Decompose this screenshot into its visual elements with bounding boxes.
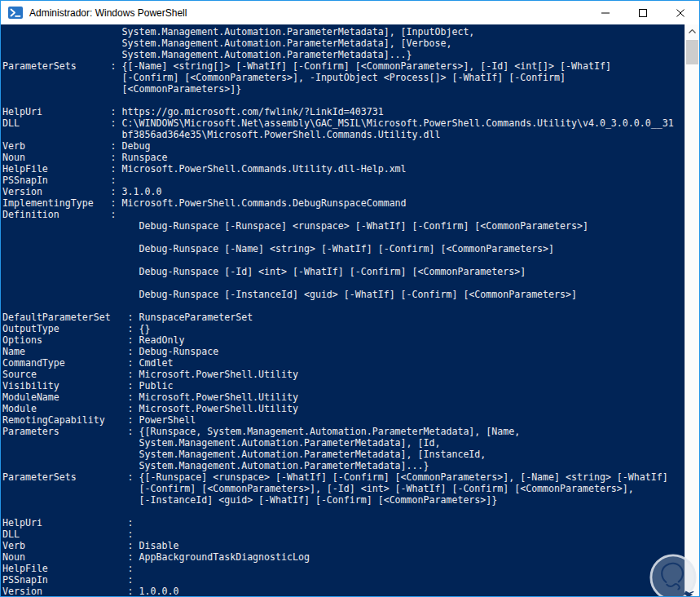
scrollbar-thumb[interactable] — [686, 40, 698, 64]
console-output[interactable]: System.Management.Automation.ParameterMe… — [1, 24, 699, 596]
powershell-icon — [8, 7, 23, 19]
chevron-up-icon — [689, 29, 696, 33]
close-button[interactable] — [662, 1, 699, 24]
maximize-button[interactable] — [624, 1, 662, 24]
minimize-icon — [601, 8, 610, 18]
vertical-scrollbar[interactable] — [685, 24, 699, 596]
title-bar[interactable]: Administrador: Windows PowerShell — [1, 1, 699, 24]
close-icon — [676, 8, 685, 18]
minimize-button[interactable] — [587, 1, 624, 24]
maximize-icon — [638, 8, 648, 18]
console-text: System.Management.Automation.ParameterMe… — [1, 24, 699, 596]
powershell-window: Administrador: Windows PowerShell — [0, 0, 700, 597]
scroll-up-button[interactable] — [685, 24, 699, 38]
window-title: Administrador: Windows PowerShell — [29, 7, 187, 19]
window-controls — [587, 1, 699, 24]
